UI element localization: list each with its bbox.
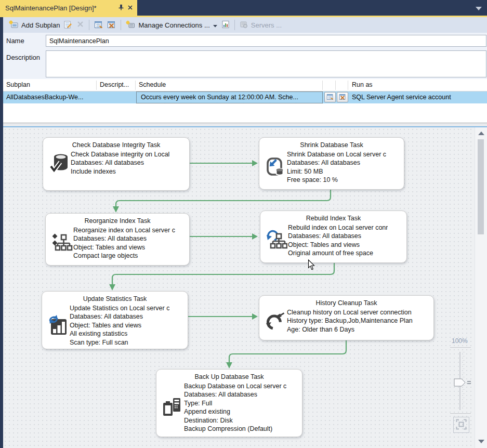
cell-run-as[interactable]: SQL Server Agent service account: [352, 94, 451, 101]
tab-list-chevron-down-icon[interactable]: [476, 7, 482, 10]
task-line: Backup Compression (Default): [184, 425, 286, 433]
edit-subplan-button[interactable]: [62, 19, 74, 31]
task-line: Limit: 50 MB: [287, 167, 386, 176]
task-line: Reorganize index on Local server c: [73, 226, 175, 234]
edit-schedule-button[interactable]: [324, 92, 336, 102]
rebuild-index-icon: [265, 230, 288, 252]
toolbar: Add Subplan Manage Connections ... Serve…: [3, 17, 487, 33]
remove-schedule-row-button[interactable]: [337, 92, 348, 102]
tab-sqlmaintenanceplan[interactable]: SqlMaintenancePlan [Design]*: [0, 0, 137, 16]
zoom-percent-label: 100%: [452, 337, 468, 345]
task-backup-database[interactable]: Back Up Database Task Backup Database on…: [156, 369, 302, 437]
zoom-divider: [450, 347, 471, 348]
cell-schedule[interactable]: Occurs every week on Sunday at 12:00:00 …: [141, 94, 298, 101]
zoom-default-tick: [467, 381, 471, 384]
add-subplan-icon: [9, 20, 18, 30]
task-line: Databases: All databases: [71, 159, 169, 167]
database-check-icon: [48, 152, 71, 175]
cell-subplan[interactable]: AllDatabasesBackup-We...: [6, 94, 83, 101]
table-row-subplan[interactable]: AllDatabasesBackup-We... Occurs every we…: [3, 91, 487, 103]
column-header-schedule: Schedule: [139, 81, 166, 88]
task-line: Databases: All databases: [70, 312, 169, 321]
column-header-subplan: Subplan: [6, 81, 30, 88]
maintenance-plan-designer-window: SqlMaintenancePlan [Design]* Add Subplan: [0, 0, 487, 448]
history-cleanup-icon: [264, 311, 287, 332]
task-line: Object: Tables and views: [288, 241, 388, 249]
name-label: Name: [6, 37, 24, 45]
task-history-cleanup[interactable]: History Cleanup Task Cleanup history on …: [259, 295, 434, 340]
pin-icon[interactable]: [117, 3, 124, 12]
task-line: Compact large objects: [73, 252, 175, 260]
task-line: History type: Backup,Job,Maintenance Pla…: [287, 317, 413, 325]
task-title: Update Statistics Task: [42, 292, 188, 302]
scroll-up-arrow-icon[interactable]: [478, 131, 484, 135]
task-update-statistics[interactable]: Update Statistics Task Update Statistics…: [42, 291, 188, 349]
column-divider: [96, 81, 97, 90]
column-divider: [322, 81, 323, 90]
task-line: Databases: All databases: [184, 390, 286, 399]
servers-label: Servers ...: [251, 21, 282, 29]
task-reorganize-index[interactable]: Reorganize Index Task Reorganize index o…: [45, 213, 190, 266]
task-line: Rebuild index on Local server conr: [288, 223, 388, 232]
manage-connections-button[interactable]: Manage Connections ...: [124, 19, 219, 31]
name-input[interactable]: [46, 35, 486, 47]
task-line: Check Database integrity on Local: [71, 150, 169, 159]
close-icon[interactable]: [127, 3, 133, 12]
servers-icon: [240, 20, 248, 30]
scrollbar-thumb[interactable]: [478, 139, 484, 234]
task-rebuild-index[interactable]: Rebuild Index Task Rebuild index on Loca…: [260, 210, 407, 263]
task-line: Object: Tables and views: [73, 243, 175, 252]
report-icon: [221, 20, 230, 30]
task-line: Original amount of free space: [288, 249, 388, 257]
task-line: Append existing: [184, 407, 286, 416]
toolbar-separator: [234, 20, 235, 30]
scroll-down-arrow-icon[interactable]: [478, 440, 484, 443]
backup-database-icon: [161, 396, 184, 419]
task-title: History Cleanup Task: [259, 296, 433, 307]
update-statistics-icon: [47, 314, 70, 337]
mouse-cursor: [308, 259, 315, 273]
description-input[interactable]: [46, 50, 486, 77]
reporting-options-button[interactable]: [219, 19, 232, 31]
calendar-edit-icon: [94, 20, 103, 30]
task-line: Update Statistics on Local server c: [70, 304, 169, 312]
column-divider: [348, 81, 348, 90]
column-header-description: Descript...: [100, 81, 129, 88]
subplan-schedule-button[interactable]: [92, 19, 105, 31]
task-line: Scan type: Full scan: [70, 338, 169, 347]
servers-button[interactable]: Servers ...: [238, 19, 284, 31]
plan-properties-form: Name Description: [3, 33, 487, 79]
remove-schedule-button[interactable]: [105, 19, 118, 31]
grid-empty-area: [3, 103, 487, 123]
task-line: Age: Older than 6 Days: [287, 325, 413, 334]
manage-connections-label: Manage Connections ...: [138, 21, 209, 29]
add-subplan-button[interactable]: Add Subplan: [7, 19, 62, 31]
column-divider: [335, 81, 336, 90]
column-header-run-as: Run as: [352, 81, 373, 88]
task-line: Include indexes: [71, 167, 169, 176]
tab-title: SqlMaintenancePlan [Design]*: [5, 4, 114, 12]
chevron-down-icon: [213, 21, 217, 29]
fit-to-window-icon: [456, 419, 467, 431]
calendar-remove-icon: [107, 20, 116, 30]
vertical-scrollbar[interactable]: [475, 127, 487, 448]
task-line: Databases: All databases: [287, 159, 386, 167]
task-title: Rebuild Index Task: [260, 211, 406, 222]
task-title: Shrink Database Task: [259, 138, 404, 149]
task-line: Object: Tables and views: [70, 321, 169, 330]
task-line: All existing statistics: [70, 330, 169, 338]
zoom-slider-thumb[interactable]: [454, 378, 466, 389]
task-line: Backup Database on Local server c: [184, 382, 286, 390]
delete-subplan-button[interactable]: [74, 19, 86, 31]
toolbar-separator: [121, 20, 121, 30]
calendar-edit-icon: [326, 93, 334, 102]
task-check-database-integrity[interactable]: Check Database Integrity Task Check Data…: [43, 137, 190, 191]
task-line: Databases: All databases: [73, 234, 175, 243]
reorganize-index-icon: [50, 232, 73, 254]
task-title: Reorganize Index Task: [46, 214, 189, 225]
task-line: Free space: 10 %: [287, 176, 386, 184]
task-shrink-database[interactable]: Shrink Database Task Shrink Database on …: [259, 137, 404, 190]
task-line: Shrink Database on Local server c: [287, 150, 386, 159]
fit-to-window-button[interactable]: [453, 417, 469, 433]
task-line: Cleanup history on Local server connecti…: [287, 308, 413, 317]
